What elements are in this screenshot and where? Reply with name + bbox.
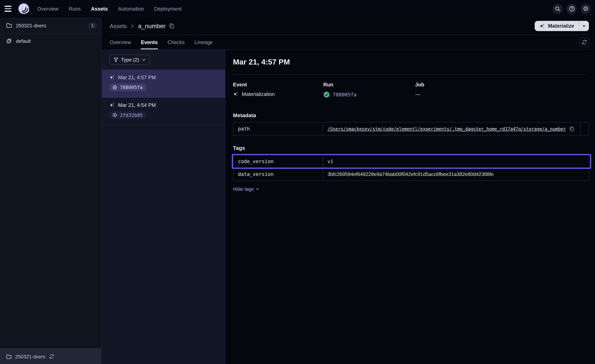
footer-repo-label: 250321-dvers [15,354,45,359]
hide-tags-link[interactable]: Hide tags [233,186,259,192]
asset-tabs: Overview Events Checks Lineage [102,35,595,49]
run-id: 788005fa [120,84,143,90]
event-list-item[interactable]: Mar 21, 4:57 PM 788005fa [102,70,225,98]
metadata-key: path [234,122,323,135]
run-status-icon [112,85,117,90]
table-row: path /Users/smackesey/stm/code/elementl/… [234,122,588,135]
materialize-button[interactable]: Materialize [535,21,589,31]
tab-overview[interactable]: Overview [110,35,131,49]
job-value: — [415,91,420,97]
event-timestamp: Mar 21, 4:57 PM [118,75,156,80]
folder-icon [6,354,12,359]
gear-icon: ⚙ [583,6,588,12]
breadcrumb: Assets a_number [102,17,595,35]
hamburger-menu-icon[interactable] [5,4,14,13]
sidebar-item-group-default[interactable]: default [0,34,101,48]
refresh-icon [581,39,587,45]
chevron-right-icon [130,24,135,28]
tag-value: v1 [327,159,333,164]
tags-table: code_version v1 data_version 3bfc269594e… [233,155,589,181]
sidebar-item-repo[interactable]: 250321-dvers 1 [0,17,101,34]
help-icon [569,6,575,12]
run-id-link[interactable]: 788005fa [333,92,357,97]
table-end-cell [580,122,588,135]
folder-icon [6,22,12,28]
copy-asset-name-icon[interactable] [169,23,174,29]
primary-nav: Overview Runs Assets Automation Deployme… [37,6,182,12]
nav-runs[interactable]: Runs [69,6,81,12]
nav-deployment[interactable]: Deployment [154,6,182,12]
top-nav: Overview Runs Assets Automation Deployme… [0,0,595,17]
event-type-value: Materialization [242,91,275,97]
sidebar-footer: 250321-dvers [0,349,101,364]
help-button[interactable] [567,4,577,14]
run-id: 2fd32b85 [120,112,143,118]
event-column-label: Event [233,82,323,87]
tags-section: Tags code_version v1 data_version 3bfc26… [233,145,586,192]
search-icon [555,6,560,12]
tab-checks[interactable]: Checks [168,35,185,49]
event-detail-panel: Mar 21, 4:57 PM Event [226,50,595,364]
materialize-button-label: Materialize [548,23,574,29]
tab-events[interactable]: Events [141,35,158,49]
sidebar-repo-label: 250321-dvers [16,22,46,28]
chevron-down-icon [142,58,146,62]
run-column-label: Run [323,82,415,87]
search-button[interactable] [552,4,563,14]
settings-button[interactable]: ⚙ [581,4,591,14]
metadata-section: Metadata path /Users/smackesey/stm/code/… [233,112,586,135]
chevron-up-icon [256,187,259,191]
event-list-item[interactable]: Mar 21, 4:54 PM 2fd32b85 [102,98,225,125]
nav-automation[interactable]: Automation [118,6,144,12]
run-success-icon [323,91,330,98]
materialize-dropdown-caret[interactable] [579,21,589,31]
tag-key: code_version [234,155,323,168]
sidebar-group-label: default [16,38,31,44]
page-title: a_number [138,22,166,29]
asset-group-icon [6,38,12,44]
asset-sidebar: 250321-dvers 1 default [0,17,102,364]
tag-key: data_version [234,168,323,181]
run-id-pill[interactable]: 2fd32b85 [109,111,147,119]
filter-funnel-icon [113,57,119,62]
metadata-heading: Metadata [233,112,586,118]
top-nav-actions: ⚙ [552,4,591,14]
dagster-logo [18,3,29,14]
sparkle-icon [539,23,545,29]
divider [233,74,586,75]
copy-path-icon[interactable] [569,126,574,131]
metadata-table: path /Users/smackesey/stm/code/elementl/… [233,122,589,135]
hide-tags-label: Hide tags [233,186,254,192]
app-window: Overview Runs Assets Automation Deployme… [0,0,595,364]
materialization-sparkle-icon [233,91,239,97]
nav-overview[interactable]: Overview [37,6,59,12]
refresh-button[interactable] [579,37,589,47]
run-id-pill[interactable]: 788005fa [109,84,147,91]
table-row-code-version: code_version v1 [234,155,588,168]
type-filter-label: Type (2) [121,57,139,63]
tag-value: 3bfc269594ef649228e9a74bab00f042efc91d5a… [327,171,494,177]
materialization-sparkle-icon [109,102,115,108]
table-row-data-version: data_version 3bfc269594ef649228e9a74bab0… [234,168,588,181]
asset-count-badge: 1 [88,22,97,28]
job-column-label: Job [415,82,586,87]
event-list-panel: Type (2) [102,50,226,364]
tags-heading: Tags [233,145,586,151]
event-detail-title: Mar 21, 4:57 PM [233,58,586,66]
event-timestamp: Mar 21, 4:54 PM [118,102,156,108]
nav-assets[interactable]: Assets [91,6,108,12]
breadcrumb-assets-link[interactable]: Assets [110,23,127,29]
reload-repo-icon[interactable] [49,354,54,359]
run-status-icon [112,113,117,118]
tab-lineage[interactable]: Lineage [194,35,213,49]
type-filter-button[interactable]: Type (2) [109,55,150,65]
materialization-sparkle-icon [109,75,115,80]
metadata-path-link[interactable]: /Users/smackesey/stm/code/elementl/exper… [327,126,566,131]
